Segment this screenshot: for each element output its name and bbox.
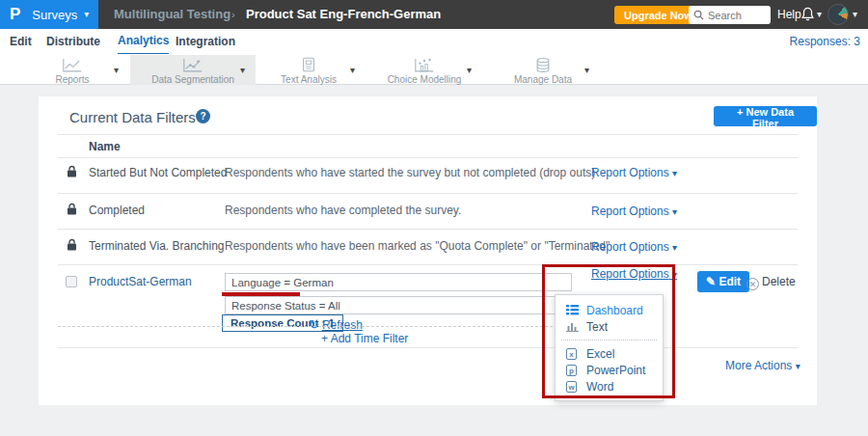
tab-integration[interactable]: Integration — [176, 29, 235, 55]
edit-button[interactable]: ✎ Edit — [697, 271, 749, 292]
report-options-dropdown: Dashboard Text x Excel p PowerPoint w Wo… — [555, 294, 664, 401]
divider — [58, 326, 596, 327]
lock-icon — [67, 238, 77, 254]
caret-down-icon[interactable]: ▾ — [350, 65, 355, 75]
questionpro-logo: P — [10, 5, 20, 24]
new-data-filter-button[interactable]: + New Data Filter — [714, 106, 817, 126]
filter-row-description: Respondents who have started the survey … — [225, 166, 595, 179]
caret-down-icon: ▾ — [796, 361, 800, 371]
divider — [58, 229, 798, 230]
caret-down-icon[interactable]: ▾ — [817, 10, 822, 19]
divider — [58, 264, 798, 265]
menu-separator — [561, 340, 657, 341]
toolbar-item-choice-modelling[interactable]: Choice Modelling — [376, 55, 473, 85]
caret-down-icon[interactable]: ▾ — [853, 10, 857, 19]
breadcrumb-separator: › — [231, 0, 235, 29]
column-header-name: Name — [89, 140, 121, 153]
caret-down-icon: ▾ — [672, 242, 677, 253]
more-actions-link[interactable]: More Actions ▾ — [725, 359, 800, 372]
pencil-icon: ✎ — [706, 275, 716, 288]
filter-row-name: Started But Not Completed — [89, 166, 227, 179]
product-switcher[interactable]: P Surveys ▾ — [0, 0, 98, 29]
add-time-filter-link[interactable]: + Add Time Filter — [321, 332, 408, 345]
delete-link[interactable]: ✕Delete — [746, 275, 796, 290]
top-bar: P Surveys ▾ Multilingual Testing › Produ… — [0, 0, 868, 29]
toolbar-item-reports[interactable]: Reports — [24, 55, 121, 85]
divider — [58, 157, 798, 158]
menu-item-powerpoint[interactable]: p PowerPoint — [556, 362, 663, 378]
toolbar-item-label: Text Analysis — [260, 74, 357, 85]
caret-down-icon[interactable]: ▾ — [240, 65, 245, 75]
tab-edit[interactable]: Edit — [10, 29, 32, 55]
filter-row-name: Terminated Via. Branching — [89, 239, 225, 253]
breadcrumb-current: Product Sat Eng-French-German — [246, 0, 441, 29]
user-avatar[interactable] — [827, 4, 849, 25]
notifications-bell-icon[interactable] — [800, 7, 815, 25]
divider — [58, 193, 798, 194]
caret-down-icon[interactable]: ▾ — [584, 65, 589, 75]
refresh-icon: ↻ — [309, 317, 319, 332]
filter-row-description: Respondents who have completed the surve… — [225, 204, 461, 217]
report-options-link[interactable]: Report Options ▾ — [591, 166, 677, 179]
filter-row-name: ProductSat-German — [89, 275, 192, 288]
filter-row-name: Completed — [89, 204, 145, 217]
page-title: Current Data Filters — [69, 109, 196, 125]
toolbar-item-label: Reports — [24, 74, 121, 85]
responses-count[interactable]: Responses: 3 — [790, 29, 860, 55]
caret-down-icon[interactable]: ▾ — [114, 65, 119, 75]
divider — [58, 347, 798, 348]
delete-circle-x-icon: ✕ — [746, 278, 759, 290]
caret-down-icon: ▾ — [672, 168, 677, 178]
caret-down-icon[interactable]: ▾ — [467, 65, 472, 75]
toolbar-item-manage-data[interactable]: Manage Data — [495, 55, 591, 85]
report-options-link[interactable]: Report Options ▾ — [591, 240, 677, 254]
menu-item-word[interactable]: w Word — [556, 378, 663, 395]
divider — [58, 134, 798, 135]
lock-icon — [67, 165, 77, 180]
search-input[interactable] — [708, 10, 766, 21]
caret-down-icon: ▾ — [672, 206, 677, 217]
menu-item-text[interactable]: Text — [556, 318, 663, 335]
toolbar-item-label: Choice Modelling — [376, 74, 473, 85]
breadcrumb-parent[interactable]: Multilingual Testing — [114, 0, 231, 29]
report-options-link-open[interactable]: Report Options ▾ — [591, 267, 677, 281]
menu-item-excel[interactable]: x Excel — [556, 345, 663, 362]
menu-item-dashboard[interactable]: Dashboard — [556, 302, 663, 318]
excel-file-icon: x — [566, 348, 581, 360]
tab-distribute[interactable]: Distribute — [46, 29, 100, 55]
current-data-filters-panel: Current Data Filters ? + New Data Filter… — [39, 96, 817, 405]
lock-icon — [67, 203, 77, 218]
powerpoint-file-icon: p — [566, 365, 581, 376]
toolbar-item-text-analysis[interactable]: Text Analysis — [260, 55, 357, 85]
search-icon — [693, 10, 704, 20]
help-circle-icon[interactable]: ? — [196, 109, 210, 123]
refresh-link[interactable]: ↻Refresh — [309, 317, 363, 332]
toolbar-item-data-segmentation[interactable]: Data Segmentation — [130, 55, 256, 85]
tab-analytics[interactable]: Analytics — [118, 29, 169, 54]
search-box[interactable] — [689, 6, 771, 24]
response-status-input[interactable] — [225, 296, 572, 314]
bar-chart-icon — [566, 321, 581, 332]
caret-down-icon: ▾ — [84, 10, 89, 19]
toolbar-item-label: Data Segmentation — [130, 74, 256, 85]
survey-nav-bar: Edit Distribute Analytics Integration Re… — [0, 29, 868, 55]
filter-row-checkbox[interactable] — [66, 276, 77, 287]
surveys-menu-label: Surveys — [32, 8, 77, 22]
report-options-link[interactable]: Report Options ▾ — [591, 204, 677, 218]
word-file-icon: w — [566, 381, 581, 393]
dashboard-list-icon — [566, 305, 581, 315]
analytics-toolbar: Reports ▾ Data Segmentation ▾ Text Analy… — [0, 55, 868, 85]
help-link[interactable]: Help — [777, 0, 801, 29]
filter-criteria-input[interactable] — [225, 273, 572, 291]
toolbar-item-label: Manage Data — [495, 74, 591, 85]
caret-down-icon: ▾ — [672, 269, 677, 280]
filter-row-description: Respondents who have been marked as "Quo… — [225, 239, 610, 253]
